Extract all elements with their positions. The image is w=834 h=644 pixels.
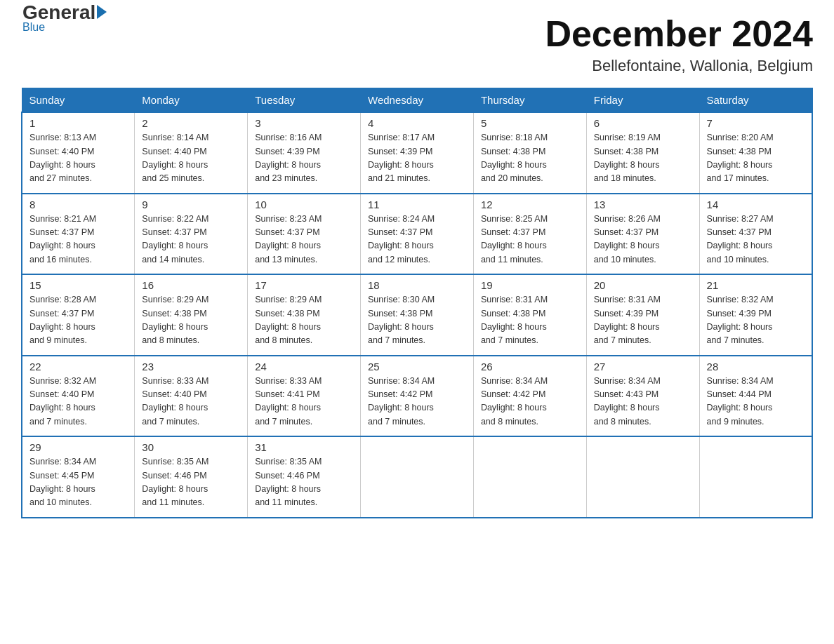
- day-info: Sunrise: 8:35 AMSunset: 4:46 PMDaylight:…: [142, 455, 240, 510]
- col-header-friday: Friday: [586, 88, 699, 113]
- week-row-1: 1Sunrise: 8:13 AMSunset: 4:40 PMDaylight…: [22, 112, 812, 194]
- day-info: Sunrise: 8:34 AMSunset: 4:44 PMDaylight:…: [707, 375, 805, 429]
- day-number: 30: [142, 441, 240, 453]
- calendar-cell: [473, 436, 586, 518]
- logo: General General Blue: [21, 14, 107, 34]
- day-number: 8: [29, 199, 127, 210]
- day-number: 29: [29, 441, 127, 453]
- day-info: Sunrise: 8:34 AMSunset: 4:43 PMDaylight:…: [594, 375, 692, 429]
- day-number: 17: [255, 279, 353, 291]
- day-number: 6: [594, 117, 692, 129]
- day-info: Sunrise: 8:20 AMSunset: 4:38 PMDaylight:…: [707, 131, 805, 186]
- calendar-cell: 20Sunrise: 8:31 AMSunset: 4:39 PMDayligh…: [586, 274, 699, 356]
- calendar-cell: 6Sunrise: 8:19 AMSunset: 4:38 PMDaylight…: [586, 112, 699, 194]
- day-info: Sunrise: 8:21 AMSunset: 4:37 PMDaylight:…: [29, 213, 127, 267]
- day-number: 7: [707, 117, 805, 129]
- day-info: Sunrise: 8:29 AMSunset: 4:38 PMDaylight:…: [255, 293, 353, 348]
- calendar-cell: 16Sunrise: 8:29 AMSunset: 4:38 PMDayligh…: [135, 274, 248, 356]
- day-number: 22: [29, 361, 127, 373]
- day-number: 23: [142, 361, 240, 373]
- location-text: Bellefontaine, Wallonia, Belgium: [545, 57, 813, 75]
- day-number: 31: [255, 441, 353, 453]
- calendar-cell: 3Sunrise: 8:16 AMSunset: 4:39 PMDaylight…: [248, 112, 361, 194]
- calendar-cell: 15Sunrise: 8:28 AMSunset: 4:37 PMDayligh…: [22, 274, 135, 356]
- day-info: Sunrise: 8:22 AMSunset: 4:37 PMDaylight:…: [142, 213, 240, 267]
- day-number: 21: [707, 279, 805, 291]
- calendar-cell: 10Sunrise: 8:23 AMSunset: 4:37 PMDayligh…: [248, 194, 361, 275]
- calendar-cell: 7Sunrise: 8:20 AMSunset: 4:38 PMDaylight…: [699, 112, 812, 194]
- day-number: 10: [255, 199, 353, 210]
- calendar-cell: 19Sunrise: 8:31 AMSunset: 4:38 PMDayligh…: [473, 274, 586, 356]
- day-number: 14: [707, 199, 805, 210]
- col-header-monday: Monday: [135, 88, 248, 113]
- col-header-wednesday: Wednesday: [361, 88, 474, 113]
- calendar-cell: 11Sunrise: 8:24 AMSunset: 4:37 PMDayligh…: [361, 194, 474, 275]
- day-info: Sunrise: 8:27 AMSunset: 4:37 PMDaylight:…: [707, 213, 805, 267]
- calendar-cell: 12Sunrise: 8:25 AMSunset: 4:37 PMDayligh…: [473, 194, 586, 275]
- day-number: 2: [142, 117, 240, 129]
- day-number: 4: [368, 117, 466, 129]
- calendar-cell: 13Sunrise: 8:26 AMSunset: 4:37 PMDayligh…: [586, 194, 699, 275]
- calendar-cell: 25Sunrise: 8:34 AMSunset: 4:42 PMDayligh…: [361, 356, 474, 437]
- day-info: Sunrise: 8:23 AMSunset: 4:37 PMDaylight:…: [255, 213, 353, 267]
- day-info: Sunrise: 8:32 AMSunset: 4:40 PMDaylight:…: [29, 375, 127, 429]
- calendar-cell: 2Sunrise: 8:14 AMSunset: 4:40 PMDaylight…: [135, 112, 248, 194]
- calendar-header-row: SundayMondayTuesdayWednesdayThursdayFrid…: [22, 88, 812, 113]
- calendar-cell: [699, 436, 812, 518]
- day-info: Sunrise: 8:17 AMSunset: 4:39 PMDaylight:…: [368, 131, 466, 186]
- day-number: 9: [142, 199, 240, 210]
- day-info: Sunrise: 8:34 AMSunset: 4:45 PMDaylight:…: [29, 455, 127, 510]
- day-info: Sunrise: 8:16 AMSunset: 4:39 PMDaylight:…: [255, 131, 353, 186]
- day-info: Sunrise: 8:34 AMSunset: 4:42 PMDaylight:…: [481, 375, 579, 429]
- day-info: Sunrise: 8:31 AMSunset: 4:39 PMDaylight:…: [594, 293, 692, 348]
- day-number: 25: [368, 361, 466, 373]
- day-number: 20: [594, 279, 692, 291]
- week-row-5: 29Sunrise: 8:34 AMSunset: 4:45 PMDayligh…: [22, 436, 812, 518]
- calendar-cell: 27Sunrise: 8:34 AMSunset: 4:43 PMDayligh…: [586, 356, 699, 437]
- day-info: Sunrise: 8:25 AMSunset: 4:37 PMDaylight:…: [481, 213, 579, 267]
- calendar-cell: 21Sunrise: 8:32 AMSunset: 4:39 PMDayligh…: [699, 274, 812, 356]
- day-info: Sunrise: 8:14 AMSunset: 4:40 PMDaylight:…: [142, 131, 240, 186]
- calendar-cell: 1Sunrise: 8:13 AMSunset: 4:40 PMDaylight…: [22, 112, 135, 194]
- day-info: Sunrise: 8:30 AMSunset: 4:38 PMDaylight:…: [368, 293, 466, 348]
- day-info: Sunrise: 8:26 AMSunset: 4:37 PMDaylight:…: [594, 213, 692, 267]
- day-number: 26: [481, 361, 579, 373]
- day-number: 11: [368, 199, 466, 210]
- calendar-cell: 18Sunrise: 8:30 AMSunset: 4:38 PMDayligh…: [361, 274, 474, 356]
- week-row-4: 22Sunrise: 8:32 AMSunset: 4:40 PMDayligh…: [22, 356, 812, 437]
- calendar-cell: [361, 436, 474, 518]
- calendar-cell: 14Sunrise: 8:27 AMSunset: 4:37 PMDayligh…: [699, 194, 812, 275]
- day-number: 13: [594, 199, 692, 210]
- page-header: General General Blue December 2024 Belle…: [21, 14, 813, 75]
- calendar-cell: 31Sunrise: 8:35 AMSunset: 4:46 PMDayligh…: [248, 436, 361, 518]
- day-number: 24: [255, 361, 353, 373]
- calendar-cell: 23Sunrise: 8:33 AMSunset: 4:40 PMDayligh…: [135, 356, 248, 437]
- month-title: December 2024: [545, 14, 813, 54]
- calendar-cell: 8Sunrise: 8:21 AMSunset: 4:37 PMDaylight…: [22, 194, 135, 275]
- col-header-sunday: Sunday: [22, 88, 135, 113]
- day-info: Sunrise: 8:35 AMSunset: 4:46 PMDaylight:…: [255, 455, 353, 510]
- col-header-saturday: Saturday: [699, 88, 812, 113]
- day-number: 15: [29, 279, 127, 291]
- calendar-cell: 22Sunrise: 8:32 AMSunset: 4:40 PMDayligh…: [22, 356, 135, 437]
- day-number: 3: [255, 117, 353, 129]
- day-number: 1: [29, 117, 127, 129]
- calendar-cell: 30Sunrise: 8:35 AMSunset: 4:46 PMDayligh…: [135, 436, 248, 518]
- day-number: 19: [481, 279, 579, 291]
- week-row-2: 8Sunrise: 8:21 AMSunset: 4:37 PMDaylight…: [22, 194, 812, 275]
- day-info: Sunrise: 8:33 AMSunset: 4:41 PMDaylight:…: [255, 375, 353, 429]
- day-number: 5: [481, 117, 579, 129]
- title-area: December 2024 Bellefontaine, Wallonia, B…: [545, 14, 813, 75]
- logo-blue-text: Blue: [22, 21, 45, 34]
- calendar-cell: 4Sunrise: 8:17 AMSunset: 4:39 PMDaylight…: [361, 112, 474, 194]
- day-info: Sunrise: 8:31 AMSunset: 4:38 PMDaylight:…: [481, 293, 579, 348]
- calendar-cell: 24Sunrise: 8:33 AMSunset: 4:41 PMDayligh…: [248, 356, 361, 437]
- day-info: Sunrise: 8:18 AMSunset: 4:38 PMDaylight:…: [481, 131, 579, 186]
- day-info: Sunrise: 8:32 AMSunset: 4:39 PMDaylight:…: [707, 293, 805, 348]
- calendar-cell: 28Sunrise: 8:34 AMSunset: 4:44 PMDayligh…: [699, 356, 812, 437]
- day-number: 27: [594, 361, 692, 373]
- col-header-tuesday: Tuesday: [248, 88, 361, 113]
- day-info: Sunrise: 8:33 AMSunset: 4:40 PMDaylight:…: [142, 375, 240, 429]
- calendar-cell: 9Sunrise: 8:22 AMSunset: 4:37 PMDaylight…: [135, 194, 248, 275]
- logo-arrow-icon: [97, 5, 107, 19]
